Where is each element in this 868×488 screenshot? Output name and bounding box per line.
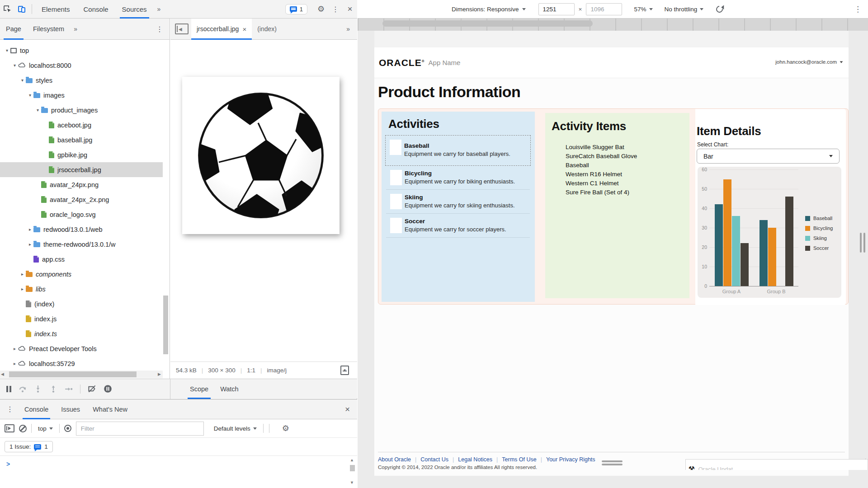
- save-image-icon[interactable]: ▼: [340, 366, 349, 375]
- tree-item-localhost-35729[interactable]: ▸localhost:35729: [0, 356, 163, 371]
- activity-item-soccer[interactable]: SoccerEquipment we carry for soccer play…: [386, 214, 530, 238]
- tree-item-avatar-24px-png[interactable]: avatar_24px.png: [0, 177, 163, 192]
- rotate-viewport-icon[interactable]: [715, 4, 724, 14]
- viewport-width-drag-handle[interactable]: [858, 233, 868, 253]
- tab-watch[interactable]: Watch: [214, 379, 245, 399]
- activity-item-row[interactable]: Baseball: [566, 161, 637, 170]
- tab-console[interactable]: Console: [18, 399, 55, 419]
- tree-item-index-ts[interactable]: index.ts: [0, 326, 163, 341]
- tab-console[interactable]: Console: [77, 0, 115, 19]
- tree-item-top[interactable]: ▾top: [0, 43, 163, 58]
- device-toolbar-toggle-icon[interactable]: [14, 3, 29, 15]
- issues-counter-button[interactable]: 1: [285, 4, 307, 14]
- scroll-right-icon[interactable]: ▶: [158, 372, 161, 376]
- bar-group-a-bicycling[interactable]: [723, 179, 731, 286]
- tree-item--index-[interactable]: (index): [0, 296, 163, 311]
- ruler-tape[interactable]: [382, 20, 593, 27]
- activity-item-row[interactable]: Western C1 Helmet: [566, 179, 637, 188]
- pause-script-icon[interactable]: [6, 386, 11, 392]
- activity-item-row[interactable]: Western R16 Helmet: [566, 170, 637, 179]
- toggle-navigator-icon[interactable]: ◀: [175, 23, 189, 34]
- tree-expand-icon[interactable]: ▾: [34, 108, 41, 113]
- pause-on-exceptions-icon[interactable]: [104, 385, 112, 393]
- console-scrollbar[interactable]: ▲ ▼: [349, 457, 355, 486]
- tree-item-preact-developer-tools[interactable]: ▸Preact Developer Tools: [0, 341, 163, 356]
- scroll-down-icon[interactable]: ▼: [349, 480, 355, 485]
- activity-item-skiing[interactable]: SkiingEquipment we carry for skiing enth…: [386, 190, 530, 214]
- viewport-height-drag-handle[interactable]: [602, 460, 623, 467]
- scroll-left-icon[interactable]: ◀: [1, 372, 4, 376]
- legend-item-soccer[interactable]: Soccer: [805, 243, 833, 253]
- activity-item-bicycling[interactable]: BicyclingEquipment we carry for biking e…: [386, 166, 530, 190]
- tree-item-redwood-13-0-1-web[interactable]: ▸redwood/13.0.1/web: [0, 222, 163, 237]
- bar-group-b-soccer[interactable]: [785, 197, 793, 286]
- console-log-area[interactable]: > ▲ ▼: [0, 456, 357, 488]
- console-context-selector[interactable]: top: [36, 425, 55, 432]
- tree-expand-icon[interactable]: ▸: [11, 346, 18, 351]
- bar-group-b-baseball[interactable]: [760, 220, 768, 286]
- close-console-icon[interactable]: ×: [345, 404, 357, 414]
- tree-expand-icon[interactable]: ▾: [4, 48, 10, 53]
- tree-item-images[interactable]: ▾images: [0, 88, 163, 103]
- bar-group-b-bicycling[interactable]: [768, 228, 776, 286]
- tab-scope[interactable]: Scope: [184, 379, 214, 399]
- tab-whats-new[interactable]: What's New: [86, 399, 134, 419]
- tab-filesystem[interactable]: Filesystem: [27, 19, 70, 40]
- settings-gear-icon[interactable]: ⚙: [314, 3, 328, 15]
- tab-sources[interactable]: Sources: [115, 0, 154, 19]
- bar-group-a-skiing[interactable]: [732, 216, 740, 286]
- tree-expand-icon[interactable]: ▸: [27, 227, 33, 232]
- issue-chip[interactable]: 1 Issue: 1: [5, 441, 53, 452]
- activity-item-baseball[interactable]: BaseballEquipment we carry for baseball …: [385, 135, 531, 166]
- tree-item-oracle-logo-svg[interactable]: oracle_logo.svg: [0, 207, 163, 222]
- tree-horizontal-scrollbar[interactable]: ◀ ▶: [0, 371, 163, 378]
- tree-item-jrsoccerball-jpg[interactable]: jrsoccerball.jpg: [0, 162, 163, 177]
- step-out-icon[interactable]: [49, 385, 57, 393]
- tab-page[interactable]: Page: [0, 19, 27, 40]
- tree-expand-icon[interactable]: ▸: [27, 242, 33, 247]
- live-expression-icon[interactable]: [64, 425, 71, 432]
- editor-more-tabs-icon[interactable]: »: [343, 25, 357, 33]
- console-menu-icon[interactable]: ⋮: [0, 405, 18, 413]
- more-tabs-icon[interactable]: »: [154, 5, 165, 13]
- tree-item-theme-redwood-13-0-1-w[interactable]: ▸theme-redwood/13.0.1/w: [0, 237, 163, 252]
- tree-item-localhost-8000[interactable]: ▾localhost:8000: [0, 58, 163, 73]
- console-settings-icon[interactable]: ⚙: [282, 423, 289, 433]
- device-toolbar-menu-icon[interactable]: ⋮: [854, 5, 868, 14]
- tab-issues[interactable]: Issues: [55, 399, 86, 419]
- viewport-width-input[interactable]: [538, 3, 575, 15]
- tree-expand-icon[interactable]: ▸: [19, 286, 26, 291]
- tree-vertical-scrollbar[interactable]: ▼: [163, 40, 169, 388]
- scroll-up-icon[interactable]: ▲: [349, 458, 355, 462]
- tree-expand-icon[interactable]: ▸: [19, 272, 26, 277]
- footer-link-terms-of-use[interactable]: Terms Of Use: [498, 456, 540, 463]
- tree-item-avatar-24px-2x-png[interactable]: avatar_24px_2x.png: [0, 192, 163, 207]
- editor-tab-active[interactable]: jrsoccerball.jpg ×: [191, 19, 252, 40]
- legend-item-bicycling[interactable]: Bicycling: [805, 223, 833, 233]
- footer-link-legal-notices[interactable]: Legal Notices: [454, 456, 496, 463]
- tree-item-app-css[interactable]: app.css: [0, 252, 163, 267]
- inspect-element-icon[interactable]: [0, 3, 14, 15]
- tab-elements[interactable]: Elements: [35, 0, 77, 19]
- footer-link-contact-us[interactable]: Contact Us: [416, 456, 453, 463]
- console-sidebar-icon[interactable]: [5, 424, 14, 432]
- tree-item-components[interactable]: ▸components: [0, 267, 163, 282]
- viewport-height-input[interactable]: [586, 3, 622, 15]
- throttling-selector[interactable]: No throttling: [665, 6, 704, 13]
- console-filter-input[interactable]: [76, 422, 204, 436]
- tree-item-index-js[interactable]: index.js: [0, 311, 163, 326]
- navigator-more-tabs-icon[interactable]: »: [70, 25, 81, 33]
- tree-item-aceboot-jpg[interactable]: aceboot.jpg: [0, 117, 163, 132]
- editor-tab-index[interactable]: (index): [252, 19, 282, 40]
- bar-group-a-baseball[interactable]: [715, 204, 723, 286]
- tree-item-libs[interactable]: ▸libs: [0, 282, 163, 296]
- tree-expand-icon[interactable]: ▸: [11, 361, 18, 366]
- step-icon[interactable]: [65, 385, 73, 393]
- tree-item-gpbike-jpg[interactable]: gpbike.jpg: [0, 147, 163, 162]
- activity-item-row[interactable]: Louisville Slugger Bat: [566, 143, 637, 152]
- zoom-selector[interactable]: 57%: [634, 6, 652, 13]
- footer-link-your-privacy-rights[interactable]: Your Privacy Rights: [542, 456, 599, 463]
- footer-link-about-oracle[interactable]: About Oracle: [378, 456, 415, 463]
- chart-type-select[interactable]: Bar: [697, 149, 840, 164]
- deactivate-breakpoints-icon[interactable]: [88, 385, 96, 393]
